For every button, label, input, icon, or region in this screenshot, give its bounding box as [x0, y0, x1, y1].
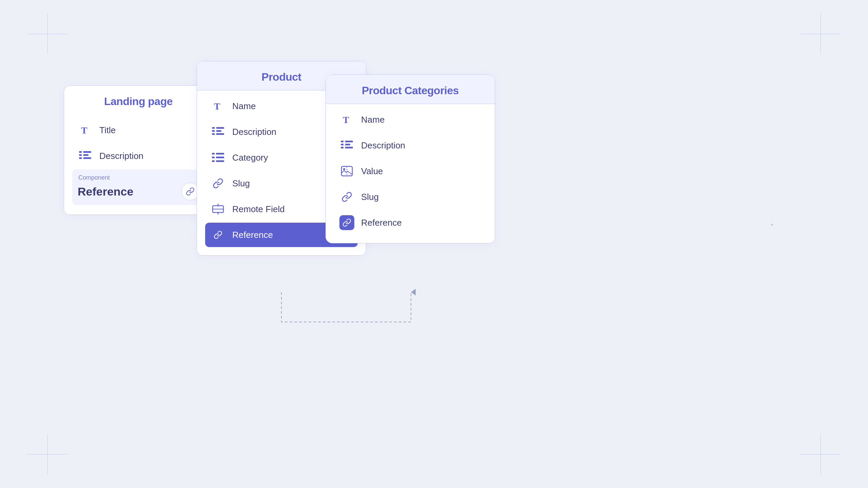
reference-small-label: Component	[78, 174, 199, 181]
svg-point-29	[343, 168, 345, 170]
dot-decoration	[771, 224, 773, 226]
list-item: Description	[334, 133, 487, 158]
cross-decoration-tl	[27, 14, 68, 54]
field-label: Description	[232, 127, 276, 137]
richtext-icon	[339, 138, 354, 153]
reference-field-row: Reference	[78, 183, 199, 200]
cross-decoration-tr	[800, 14, 841, 54]
svg-rect-9	[212, 127, 224, 129]
svg-rect-15	[212, 157, 215, 158]
svg-rect-10	[212, 130, 221, 132]
svg-rect-4	[79, 151, 91, 153]
remotefield-icon	[211, 202, 225, 217]
richtext-icon	[211, 124, 225, 139]
background-grid	[0, 0, 868, 488]
connections-layer	[0, 0, 868, 488]
field-label-title: Title	[99, 125, 116, 136]
svg-rect-24	[341, 141, 353, 142]
list-item: Description	[72, 144, 204, 168]
svg-rect-5	[79, 154, 88, 156]
image-icon	[339, 164, 354, 179]
field-label-description: Description	[99, 151, 143, 161]
list-item: T Name	[334, 107, 487, 132]
field-label: Description	[361, 140, 405, 151]
list-item: Slug	[334, 185, 487, 209]
list-icon	[211, 150, 225, 165]
svg-rect-6	[79, 157, 91, 159]
svg-rect-27	[343, 141, 345, 148]
field-label: Reference	[361, 218, 402, 228]
field-label: Category	[232, 152, 268, 163]
field-label: Name	[232, 101, 256, 111]
landing-page-body: T Title Description Component Reference	[64, 115, 213, 215]
field-label: Name	[361, 115, 384, 125]
svg-rect-26	[341, 147, 353, 148]
richtext-icon	[78, 148, 93, 163]
field-label: Value	[361, 166, 383, 177]
text-icon: T	[339, 112, 354, 127]
reference-active-icon	[211, 227, 225, 242]
reference-field-container: Component Reference	[72, 169, 204, 205]
svg-rect-25	[341, 144, 350, 145]
svg-text:T: T	[214, 101, 220, 111]
text-icon: T	[78, 123, 93, 138]
list-item: T Title	[72, 118, 204, 142]
svg-text:T: T	[343, 115, 349, 125]
reference-active-icon	[339, 215, 354, 230]
landing-page-card: Landing page T Title Description	[64, 85, 213, 215]
svg-rect-13	[212, 153, 215, 155]
product-categories-body: T Name Description	[326, 104, 495, 243]
field-label: Slug	[232, 178, 250, 189]
product-categories-card: Product Categories T Name Description	[326, 75, 495, 243]
reference-field-text: Reference	[78, 185, 133, 198]
list-item: Value	[334, 159, 487, 183]
link-icon	[339, 189, 354, 204]
cross-decoration-bl	[27, 434, 68, 474]
svg-text:T: T	[81, 125, 87, 136]
list-item: Reference	[334, 210, 487, 235]
field-label: Remote Field	[232, 204, 285, 215]
svg-rect-18	[216, 160, 224, 162]
svg-rect-16	[216, 157, 224, 158]
svg-rect-17	[212, 160, 215, 162]
svg-rect-14	[216, 153, 224, 155]
link-icon	[211, 176, 225, 191]
svg-rect-11	[212, 133, 224, 135]
product-categories-title: Product Categories	[326, 75, 495, 104]
field-label: Slug	[361, 192, 379, 202]
svg-rect-12	[215, 127, 216, 135]
svg-rect-7	[82, 151, 83, 159]
text-icon: T	[211, 99, 225, 114]
field-label: Reference	[232, 230, 273, 240]
landing-page-title: Landing page	[64, 86, 213, 115]
cross-decoration-br	[800, 434, 841, 474]
